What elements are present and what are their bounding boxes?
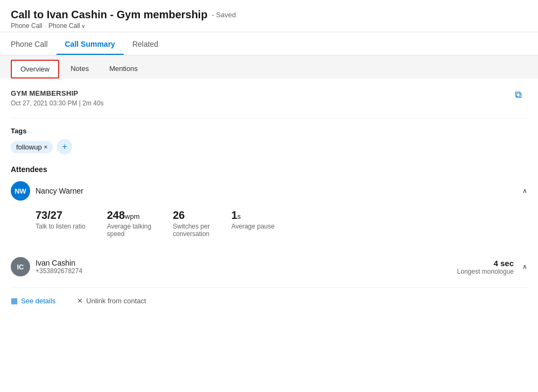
- subtab-mentions[interactable]: Mentions: [100, 60, 147, 79]
- tab-phone-call[interactable]: Phone Call: [11, 32, 56, 55]
- bottom-actions: ▦ See details ✕ Unlink from contact: [11, 287, 527, 309]
- tag-chip-followup: followup ×: [11, 141, 53, 153]
- attendee-name-ivan: Ivan Cashin: [36, 259, 82, 267]
- breadcrumb: Phone Call · Phone Call ∨: [11, 22, 527, 30]
- tag-add-button[interactable]: +: [57, 139, 72, 154]
- stat-value-avg-pause: 1s: [231, 209, 275, 222]
- tag-remove-icon[interactable]: ×: [44, 144, 47, 150]
- attendee-row-ivan: IC Ivan Cashin +353892678274 4 sec Longe…: [11, 255, 527, 279]
- attendees-section: Attendees NW Nancy Warner ∧ 73/27 Talk t…: [11, 165, 527, 279]
- breadcrumb-item1: Phone Call: [11, 22, 43, 30]
- tags-section: Tags followup × +: [11, 127, 527, 154]
- stat-label-switches: Switches perconversation: [173, 223, 210, 238]
- tab-call-summary[interactable]: Call Summary: [56, 32, 124, 55]
- content-area: GYM MEMBERSHIP Oct 27, 2021 03:30 PM | 2…: [0, 79, 538, 309]
- ivan-monologue-stats: 4 sec Longest monologue: [457, 259, 514, 275]
- call-date: Oct 27, 2021 03:30 PM: [11, 99, 77, 107]
- attendee-name-nancy: Nancy Warner: [36, 187, 83, 195]
- call-meta: Oct 27, 2021 03:30 PM | 2m 40s: [11, 99, 527, 107]
- stat-switches: 26 Switches perconversation: [173, 209, 210, 238]
- collapse-icon-nancy[interactable]: ∧: [522, 187, 527, 195]
- attendee-info-ivan: IC Ivan Cashin +353892678274: [11, 257, 82, 276]
- page-header: Call to Ivan Cashin - Gym membership - S…: [0, 0, 538, 32]
- attendee-row-nancy: NW Nancy Warner ∧ 73/27 Talk to listen r…: [11, 181, 527, 246]
- avatar-nancy: NW: [11, 181, 30, 201]
- stat-talk-listen: 73/27 Talk to listen ratio: [36, 209, 86, 238]
- call-title: GYM MEMBERSHIP: [11, 89, 527, 97]
- sub-tabs-nav: Overview Notes Mentions: [0, 55, 538, 79]
- stat-label-talk-listen: Talk to listen ratio: [36, 223, 86, 230]
- breadcrumb-separator: ·: [45, 22, 46, 30]
- tags-row: followup × +: [11, 139, 527, 154]
- call-duration: 2m 40s: [82, 99, 103, 107]
- page-title-text: Call to Ivan Cashin - Gym membership: [11, 9, 208, 21]
- stat-avg-pause: 1s Average pause: [231, 209, 275, 238]
- attendee-header-nancy: NW Nancy Warner ∧: [11, 181, 527, 201]
- ivan-right: 4 sec Longest monologue ∧: [457, 259, 527, 275]
- stat-value-talking-speed: 248wpm: [107, 209, 152, 222]
- stat-talking-speed: 248wpm Average talkingspeed: [107, 209, 152, 238]
- unlink-link[interactable]: ✕ Unlink from contact: [77, 297, 146, 305]
- subtab-overview[interactable]: Overview: [11, 60, 59, 79]
- attendee-phone-ivan: +353892678274: [36, 267, 82, 275]
- stat-value-switches: 26: [173, 209, 210, 222]
- copy-icon[interactable]: ⧉: [515, 89, 522, 101]
- stats-row-nancy: 73/27 Talk to listen ratio 248wpm Averag…: [11, 207, 527, 246]
- collapse-icon-ivan[interactable]: ∧: [522, 263, 527, 270]
- ivan-details: Ivan Cashin +353892678274: [36, 259, 82, 275]
- stat-value-talk-listen: 73/27: [36, 209, 86, 222]
- unlink-label: Unlink from contact: [86, 297, 146, 305]
- saved-badge: - Saved: [212, 11, 236, 19]
- unlink-x-icon: ✕: [77, 297, 83, 305]
- stat-label-talking-speed: Average talkingspeed: [107, 223, 152, 238]
- chevron-down-icon: ∨: [81, 23, 85, 29]
- ivan-monologue-label: Longest monologue: [457, 268, 514, 275]
- see-details-link[interactable]: ▦ See details: [11, 296, 55, 305]
- subtab-notes[interactable]: Notes: [61, 60, 98, 79]
- see-details-icon: ▦: [11, 296, 18, 305]
- page-title: Call to Ivan Cashin - Gym membership - S…: [11, 9, 527, 21]
- call-card: GYM MEMBERSHIP Oct 27, 2021 03:30 PM | 2…: [11, 79, 527, 118]
- avatar-ivan: IC: [11, 257, 30, 276]
- tab-related[interactable]: Related: [124, 32, 167, 55]
- ivan-monologue-value: 4 sec: [493, 259, 514, 268]
- attendees-label: Attendees: [11, 165, 527, 174]
- attendee-ivan-row: IC Ivan Cashin +353892678274 4 sec Longe…: [11, 255, 527, 279]
- stat-label-avg-pause: Average pause: [231, 223, 275, 230]
- top-tabs-nav: Phone Call Call Summary Related: [0, 32, 538, 55]
- breadcrumb-dropdown[interactable]: Phone Call ∨: [48, 22, 85, 30]
- tag-chip-label: followup: [16, 143, 42, 151]
- see-details-label: See details: [21, 297, 55, 305]
- attendee-info-nancy: NW Nancy Warner: [11, 181, 83, 201]
- breadcrumb-item2: Phone Call: [48, 22, 80, 30]
- tags-label: Tags: [11, 127, 527, 135]
